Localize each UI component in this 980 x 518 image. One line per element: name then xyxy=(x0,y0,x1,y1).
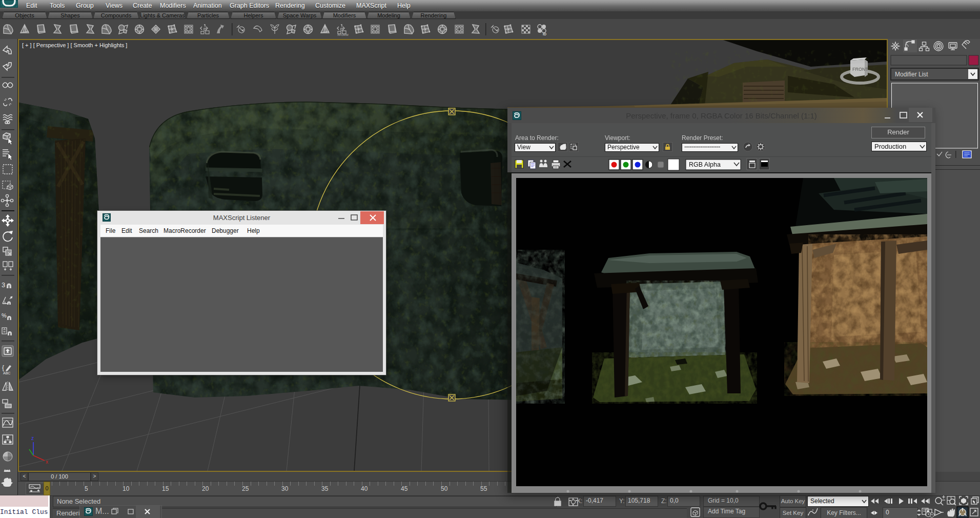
svg-text:z: z xyxy=(31,435,34,441)
svg-text:x: x xyxy=(46,459,48,465)
svg-text:FRONT: FRONT xyxy=(852,67,868,72)
svg-text:Modifier List: Modifier List xyxy=(895,71,928,78)
svg-text:RGB Alpha: RGB Alpha xyxy=(689,161,721,168)
svg-text:XFORM: XFORM xyxy=(337,33,349,36)
